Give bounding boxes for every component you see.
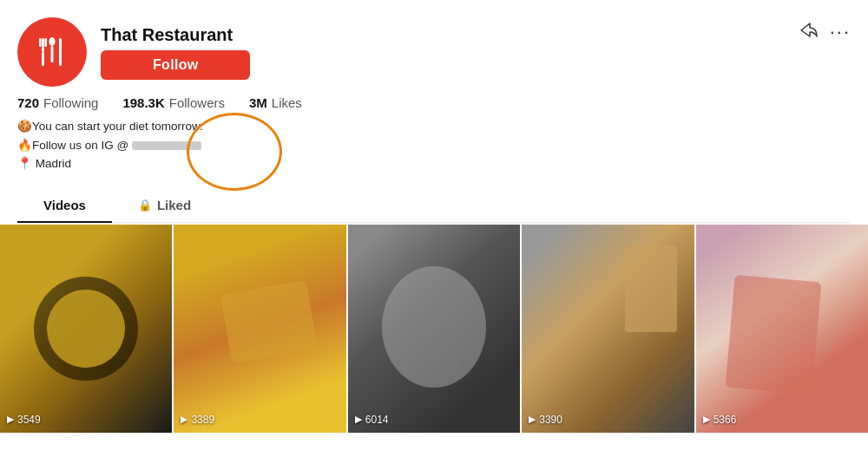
bio-section: 🍪You can start your diet tomorrow. 🔥Foll… [17, 117, 851, 173]
video-count-4: ▶ 3390 [529, 414, 562, 426]
following-stat: 720 Following [17, 95, 98, 110]
profile-left: That Restaurant Follow [17, 17, 250, 87]
following-label: Following [43, 95, 98, 110]
tabs-row: Videos 🔒 Liked [17, 189, 851, 223]
svg-point-5 [49, 37, 56, 46]
following-count: 720 [17, 95, 39, 110]
tab-liked-label: Liked [157, 198, 191, 212]
video-count-3: ▶ 6014 [355, 414, 389, 426]
videos-grid: ▶ 3549 ▶ 3389 ▶ 6014 ▶ 3390 ▶ 5366 [0, 225, 868, 433]
play-icon-2: ▶ [181, 414, 187, 425]
video-thumb-5[interactable]: ▶ 5366 [696, 225, 868, 433]
video-thumb-2[interactable]: ▶ 3389 [174, 225, 345, 433]
tab-liked[interactable]: 🔒 Liked [112, 189, 217, 223]
svg-rect-3 [45, 38, 48, 47]
likes-label: Likes [272, 95, 302, 110]
likes-count: 3M [249, 95, 267, 110]
location: 📍 Madrid [17, 154, 851, 173]
video-thumb-1[interactable]: ▶ 3549 [0, 225, 172, 433]
profile-header: That Restaurant Follow ··· [17, 17, 851, 87]
video-count-1: ▶ 3549 [7, 414, 41, 426]
profile-section: That Restaurant Follow ··· 720 Following… [0, 0, 868, 223]
svg-rect-6 [51, 46, 54, 62]
profile-actions: ··· [799, 21, 851, 43]
svg-rect-1 [42, 38, 44, 52]
video-count-5: ▶ 5366 [703, 414, 737, 426]
avatar [17, 17, 87, 87]
followers-count: 198.3K [122, 95, 164, 110]
tab-videos[interactable]: Videos [17, 189, 112, 223]
profile-info: That Restaurant Follow [101, 25, 250, 80]
followers-label: Followers [169, 95, 225, 110]
more-options-icon[interactable]: ··· [830, 21, 851, 43]
play-icon-4: ▶ [529, 414, 536, 425]
video-thumb-4[interactable]: ▶ 3390 [522, 225, 694, 433]
follow-button[interactable]: Follow [101, 50, 250, 80]
lock-icon: 🔒 [138, 199, 152, 212]
likes-stat: 3M Likes [249, 95, 302, 110]
svg-rect-2 [39, 38, 42, 47]
video-count-2: ▶ 3389 [181, 414, 214, 426]
tab-videos-label: Videos [43, 198, 86, 212]
video-thumb-3[interactable]: ▶ 6014 [348, 225, 520, 433]
share-icon[interactable] [799, 22, 818, 43]
play-icon-5: ▶ [703, 414, 710, 425]
bio-line-1: 🍪You can start your diet tomorrow. [17, 117, 851, 136]
followers-stat: 198.3K Followers [122, 95, 225, 110]
play-icon-3: ▶ [355, 414, 362, 425]
stats-row: 720 Following 198.3K Followers 3M Likes [17, 95, 851, 110]
bio-line-2: 🔥Follow us on IG @ [17, 136, 851, 155]
username: That Restaurant [101, 25, 250, 45]
svg-rect-4 [42, 52, 44, 66]
play-icon: ▶ [7, 414, 14, 425]
